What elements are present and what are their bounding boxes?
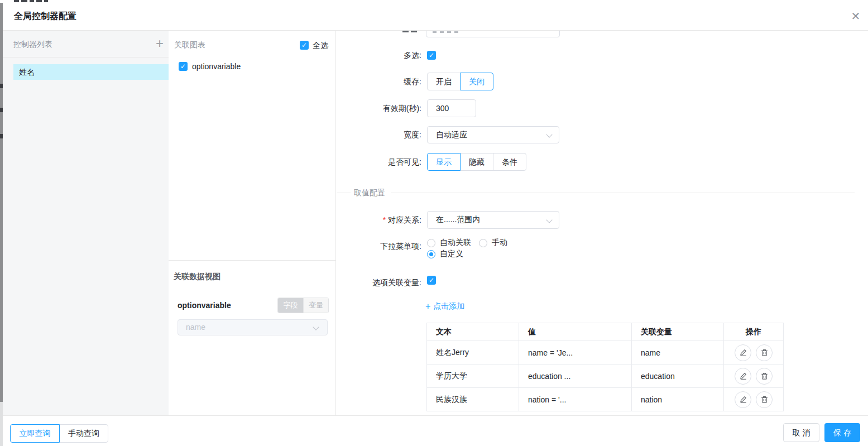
visibility-hide-button[interactable]: 隐藏 [460, 153, 493, 171]
add-controller-button[interactable]: + [152, 36, 167, 51]
clipped-input-text-fragment [433, 31, 437, 33]
clipped-page-text-fragment [21, 0, 27, 2]
middle-panel-divider [169, 260, 335, 261]
variable-toggle[interactable]: 变量 [303, 298, 328, 313]
width-label: 宽度: [336, 129, 421, 140]
radio-custom-label[interactable]: 自定义 [440, 249, 463, 259]
table-row: 民族汉族 nation = '... nation [427, 388, 784, 411]
radio-dot [429, 252, 433, 256]
cell-text: 民族汉族 [427, 388, 519, 411]
dropdown-items-label: 下拉菜单项: [336, 241, 421, 252]
controller-list-panel [3, 31, 169, 416]
trash-icon [760, 372, 769, 380]
cell-value: education ... [519, 365, 632, 388]
field-select[interactable]: name [178, 319, 328, 335]
chart-item-label: optionvariable [192, 62, 241, 71]
multi-select-label: 多选: [336, 50, 421, 61]
cell-variable: nation [632, 388, 724, 411]
add-row-link-label: 点击添加 [433, 301, 464, 311]
cell-value: name = 'Je... [519, 341, 632, 365]
clipped-input-text-fragment [454, 31, 458, 33]
relation-select[interactable]: 在......范围内 [427, 211, 559, 229]
radio-auto-link-label[interactable]: 自动关联 [440, 238, 471, 248]
cell-text: 姓名Jerry [427, 341, 519, 365]
data-view-heading: 关联数据视图 [174, 272, 220, 282]
field-select-value: name [186, 323, 205, 332]
query-manual-button[interactable]: 手动查询 [59, 424, 108, 443]
cell-variable: name [632, 341, 724, 365]
relation-label: 对应关系: [388, 214, 421, 226]
clipped-input-text-fragment [447, 31, 451, 33]
col-text: 文本 [427, 323, 519, 341]
edit-icon [739, 395, 747, 404]
delete-button[interactable] [756, 344, 773, 361]
controller-settings-panel: 多选: ✓ 缓存: 开启 关闭 有效期(秒): 300 宽度: 自动适应 是否可… [336, 31, 868, 416]
clipped-page-text-fragment [14, 0, 19, 2]
width-select[interactable]: 自动适应 [427, 126, 559, 143]
cache-on-button[interactable]: 开启 [427, 73, 461, 90]
visibility-show-button[interactable]: 显示 [427, 153, 461, 171]
cache-off-button[interactable]: 关闭 [460, 73, 493, 90]
width-select-value: 自动适应 [436, 130, 467, 139]
query-immediate-button[interactable]: 立即查询 [10, 424, 60, 443]
dialog-title: 全局控制器配置 [14, 11, 76, 22]
section-divider-left [337, 193, 351, 193]
select-all-checkbox[interactable]: ✓ [300, 41, 309, 50]
save-button[interactable]: 保 存 [824, 423, 860, 442]
col-value: 值 [519, 323, 632, 341]
table-row: 姓名Jerry name = 'Je... name [427, 341, 784, 365]
multi-select-checkbox[interactable]: ✓ [427, 51, 436, 60]
cache-label: 缓存: [336, 76, 421, 87]
field-toggle[interactable]: 字段 [278, 298, 303, 313]
option-variable-label: 选项关联变量: [336, 277, 421, 288]
visibility-condition-button[interactable]: 条件 [493, 153, 526, 171]
table-row: 学历大学 education ... education [427, 365, 784, 388]
close-icon[interactable]: ✕ [847, 8, 864, 24]
radio-custom[interactable] [427, 250, 435, 258]
edit-button[interactable] [735, 344, 751, 361]
clipped-input-text-fragment [440, 31, 444, 33]
edit-button[interactable] [735, 368, 751, 385]
footer-divider [3, 415, 868, 416]
edit-icon [739, 348, 747, 357]
plus-icon: + [425, 301, 430, 311]
clipped-page-text-fragment [36, 0, 42, 2]
relation-label-row: * 对应关系: [336, 214, 421, 226]
clipped-page-text-fragment [44, 0, 48, 2]
clipped-page-text-fragment [30, 0, 34, 2]
clipped-label-fragment [411, 31, 417, 32]
visibility-label: 是否可见: [336, 156, 421, 167]
radio-manual-label[interactable]: 手动 [492, 238, 507, 248]
relation-select-value: 在......范围内 [436, 215, 480, 224]
col-variable: 关联变量 [632, 323, 724, 341]
col-actions: 操作 [724, 323, 784, 341]
edit-button[interactable] [735, 391, 751, 408]
add-row-link[interactable]: + 点击添加 [425, 301, 464, 311]
controller-list-item[interactable]: 姓名 [13, 64, 169, 80]
trash-icon [760, 348, 769, 357]
section-divider-right [391, 193, 855, 193]
cell-value: nation = '... [519, 388, 632, 411]
delete-button[interactable] [756, 391, 773, 408]
data-view-item-label: optionvariable [178, 301, 231, 310]
radio-manual[interactable] [479, 239, 487, 247]
clipped-input[interactable] [426, 31, 560, 37]
cancel-button[interactable]: 取 消 [783, 423, 819, 442]
clipped-label-fragment [402, 31, 409, 32]
validity-input[interactable]: 300 [427, 99, 476, 117]
required-asterisk: * [383, 214, 386, 226]
linked-charts-heading: 关联图表 [174, 40, 205, 50]
table-header-row: 文本 值 关联变量 操作 [427, 323, 784, 341]
radio-auto-link[interactable] [427, 239, 435, 247]
value-table: 文本 值 关联变量 操作 姓名Jerry name = 'Je... name … [426, 323, 784, 411]
controller-list-heading: 控制器列表 [13, 40, 52, 50]
value-config-section-title: 取值配置 [354, 188, 385, 198]
option-variable-checkbox[interactable]: ✓ [427, 276, 436, 285]
trash-icon [760, 395, 769, 404]
screen: 全局控制器配置 ✕ 控制器列表 + 姓名 关联图表 ✓ 全选 ✓ optionv… [0, 0, 868, 446]
chart-item-checkbox[interactable]: ✓ [179, 62, 188, 71]
edit-icon [739, 372, 747, 380]
delete-button[interactable] [756, 368, 773, 385]
select-all-label: 全选 [313, 41, 328, 51]
controller-list-divider [3, 57, 169, 57]
